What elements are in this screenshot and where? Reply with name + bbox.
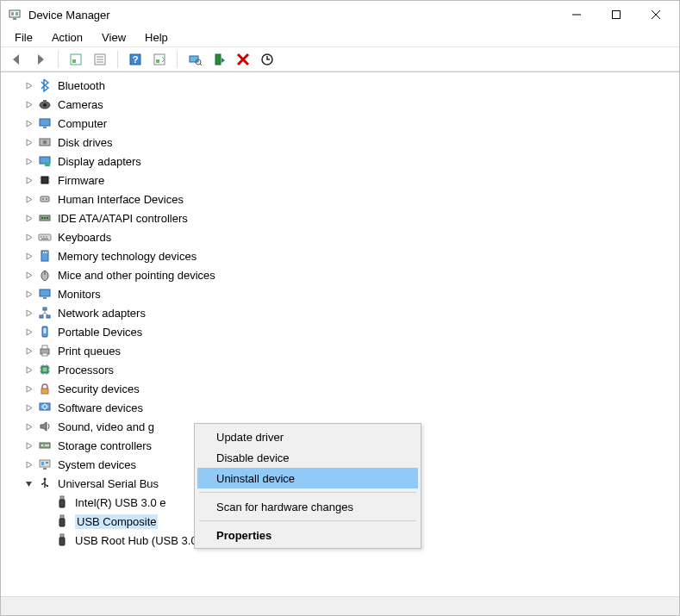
toolbar-enable-disable-button[interactable] bbox=[209, 49, 229, 70]
chevron-right-icon[interactable] bbox=[22, 230, 35, 244]
device-category-label: Security devices bbox=[58, 383, 140, 395]
device-category[interactable]: Keyboards bbox=[4, 227, 679, 246]
back-button[interactable] bbox=[6, 49, 27, 70]
svg-rect-97 bbox=[60, 515, 64, 519]
menu-help[interactable]: Help bbox=[136, 29, 177, 46]
device-category[interactable]: Bluetooth bbox=[4, 76, 679, 95]
svg-rect-95 bbox=[60, 496, 64, 500]
context-menu-item[interactable]: Update driver bbox=[197, 426, 418, 447]
chevron-right-icon[interactable] bbox=[22, 363, 35, 376]
device-category[interactable]: Firmware bbox=[4, 171, 679, 190]
chevron-right-icon[interactable] bbox=[22, 287, 35, 301]
toolbar-scan-button[interactable] bbox=[184, 49, 205, 70]
svg-rect-0 bbox=[9, 10, 20, 17]
menu-file[interactable]: File bbox=[6, 29, 41, 46]
svg-point-32 bbox=[44, 141, 45, 142]
toolbar: ? bbox=[1, 47, 679, 72]
device-category[interactable]: IDE ATA/ATAPI controllers bbox=[4, 208, 679, 227]
svg-rect-81 bbox=[41, 389, 48, 394]
chevron-right-icon[interactable] bbox=[22, 192, 35, 206]
close-button[interactable] bbox=[636, 1, 676, 28]
chevron-right-icon[interactable] bbox=[22, 325, 35, 339]
svg-rect-46 bbox=[47, 217, 48, 219]
chevron-right-icon[interactable] bbox=[22, 211, 35, 225]
chevron-right-icon[interactable] bbox=[22, 439, 35, 452]
network-icon bbox=[37, 305, 53, 320]
toolbar-separator bbox=[117, 51, 118, 68]
chevron-right-icon[interactable] bbox=[22, 116, 35, 130]
device-category[interactable]: Security devices bbox=[4, 379, 679, 398]
device-category[interactable]: Portable Devices bbox=[4, 322, 679, 341]
device-category-label: IDE ATA/ATAPI controllers bbox=[58, 212, 188, 225]
device-category[interactable]: Print queues bbox=[4, 341, 679, 360]
titlebar: Device Manager bbox=[1, 1, 679, 28]
device-item-label: Intel(R) USB 3.0 e bbox=[75, 496, 166, 509]
chevron-right-icon[interactable] bbox=[22, 173, 35, 187]
menu-action[interactable]: Action bbox=[43, 29, 91, 46]
chevron-right-icon[interactable] bbox=[22, 306, 35, 320]
device-category-label: Print queues bbox=[58, 345, 121, 358]
svg-rect-59 bbox=[43, 297, 47, 299]
printer-icon bbox=[37, 343, 53, 358]
context-menu-item[interactable]: Uninstall device bbox=[197, 468, 418, 488]
device-category[interactable]: Software devices bbox=[4, 398, 679, 417]
toolbar-help-button[interactable]: ? bbox=[125, 49, 146, 70]
svg-rect-42 bbox=[46, 198, 47, 200]
storage-icon bbox=[37, 438, 53, 453]
chevron-right-icon[interactable] bbox=[22, 457, 35, 471]
context-menu-item[interactable]: Properties bbox=[197, 525, 418, 545]
device-category[interactable]: Disk drives bbox=[4, 133, 679, 152]
toolbar-update-button[interactable] bbox=[257, 49, 278, 70]
device-category-label: Monitors bbox=[58, 288, 101, 301]
chevron-down-icon[interactable] bbox=[22, 476, 35, 490]
device-category[interactable]: Network adapters bbox=[4, 303, 679, 322]
forward-button[interactable] bbox=[30, 49, 51, 70]
toolbar-properties-button[interactable] bbox=[90, 49, 110, 70]
keyboard-icon bbox=[37, 229, 53, 245]
chevron-right-icon[interactable] bbox=[22, 382, 35, 395]
chevron-right-icon[interactable] bbox=[22, 97, 35, 111]
chevron-right-icon[interactable] bbox=[22, 420, 35, 433]
svg-point-26 bbox=[43, 103, 47, 107]
usb-device-icon bbox=[54, 495, 70, 510]
device-category[interactable]: Cameras bbox=[4, 95, 679, 114]
portable-icon bbox=[37, 324, 53, 339]
svg-rect-60 bbox=[43, 308, 47, 310]
svg-rect-17 bbox=[156, 59, 159, 63]
chevron-right-icon[interactable] bbox=[22, 401, 35, 414]
context-menu-item[interactable]: Disable device bbox=[197, 447, 418, 468]
context-menu-item[interactable]: Scan for hardware changes bbox=[197, 496, 418, 517]
toolbar-delete-button[interactable] bbox=[233, 49, 253, 70]
maximize-button[interactable] bbox=[596, 1, 636, 28]
toolbar-view-button[interactable] bbox=[149, 49, 170, 70]
device-category[interactable]: Mice and other pointing devices bbox=[4, 265, 679, 284]
chevron-right-icon[interactable] bbox=[22, 78, 35, 92]
chevron-right-icon[interactable] bbox=[22, 268, 35, 282]
device-category[interactable]: Memory technology devices bbox=[4, 246, 679, 265]
svg-rect-29 bbox=[43, 127, 47, 128]
device-category-label: Portable Devices bbox=[58, 326, 142, 339]
device-category-label: Bluetooth bbox=[58, 79, 105, 92]
device-category[interactable]: Display adapters bbox=[4, 152, 679, 171]
device-category[interactable]: Computer bbox=[4, 114, 679, 133]
svg-rect-70 bbox=[42, 353, 47, 356]
svg-rect-61 bbox=[40, 315, 43, 318]
chevron-right-icon[interactable] bbox=[22, 249, 35, 263]
toolbar-show-hidden-button[interactable] bbox=[66, 49, 86, 70]
device-category-label: Display adapters bbox=[58, 155, 141, 168]
chevron-right-icon[interactable] bbox=[22, 135, 35, 149]
svg-rect-98 bbox=[59, 519, 65, 526]
chevron-right-icon[interactable] bbox=[22, 154, 35, 168]
svg-rect-48 bbox=[41, 236, 42, 238]
svg-rect-89 bbox=[46, 462, 48, 464]
chevron-right-icon[interactable] bbox=[22, 344, 35, 358]
device-category[interactable]: Monitors bbox=[4, 284, 679, 303]
svg-line-20 bbox=[200, 64, 202, 65]
svg-rect-86 bbox=[45, 445, 49, 446]
menu-view[interactable]: View bbox=[93, 29, 134, 46]
device-category[interactable]: Processors bbox=[4, 360, 679, 379]
device-category[interactable]: Human Interface Devices bbox=[4, 190, 679, 208]
system-icon bbox=[37, 457, 53, 472]
minimize-button[interactable] bbox=[557, 1, 596, 28]
svg-rect-51 bbox=[41, 239, 48, 240]
